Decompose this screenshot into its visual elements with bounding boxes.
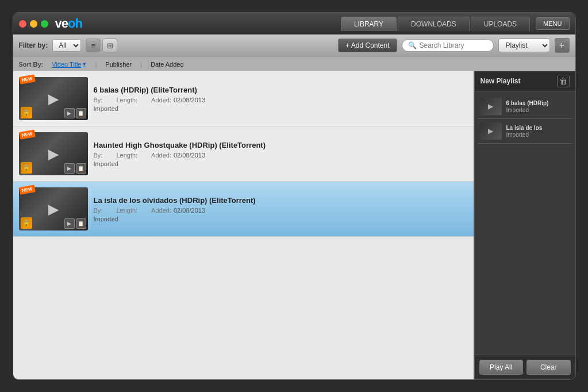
playlist-delete-button[interactable]: 🗑 xyxy=(557,75,570,87)
list-item[interactable]: NEW ▶ 🔒 ▶ 📋 6 balas (HDRip) (EliteTorren… xyxy=(13,71,474,126)
nav-tabs: LIBRARY DOWNLOADS UPLOADS xyxy=(341,17,530,31)
search-icon: 🔍 xyxy=(408,41,417,49)
search-box: 🔍 xyxy=(402,39,494,52)
lock-icon: 🔒 xyxy=(21,217,32,229)
item-info-2: Haunted High Ghostquake (HDRip) (EliteTo… xyxy=(94,141,468,167)
main-content: NEW ▶ 🔒 ▶ 📋 6 balas (HDRip) (EliteTorren… xyxy=(13,71,575,379)
title-bar: veoh LIBRARY DOWNLOADS UPLOADS MENU xyxy=(13,13,575,34)
thumb-icon-1: ▶ xyxy=(64,218,75,229)
filter-select[interactable]: All xyxy=(52,39,81,52)
logo: veoh xyxy=(55,16,82,31)
add-content-button[interactable]: + Add Content xyxy=(338,39,397,52)
item-imported: Imported xyxy=(94,105,468,112)
menu-button[interactable]: MENU xyxy=(536,17,569,30)
add-playlist-button[interactable]: + xyxy=(555,38,570,53)
tab-downloads[interactable]: DOWNLOADS xyxy=(398,17,470,31)
playlist-item-sub: Imported xyxy=(506,107,570,113)
tab-library[interactable]: LIBRARY xyxy=(341,17,397,31)
thumb-icons: ▶ 📋 xyxy=(64,218,86,229)
playlist-select[interactable]: Playlist xyxy=(498,39,550,52)
item-title: 6 balas (HDRip) (EliteTorrent) xyxy=(94,86,468,94)
lock-icon: 🔒 xyxy=(21,107,32,118)
tab-uploads[interactable]: UPLOADS xyxy=(471,17,530,31)
play-icon: ▶ xyxy=(48,91,59,107)
item-meta: By: Length: Added: 02/08/2013 xyxy=(94,207,468,214)
new-badge: NEW xyxy=(19,185,36,194)
thumbnail-1: NEW ▶ 🔒 ▶ 📋 xyxy=(19,77,88,120)
play-icon: ▶ xyxy=(48,146,59,162)
playlist-title: New Playlist xyxy=(481,77,521,85)
playlist-items: ▶ 6 balas (HDRip) Imported ▶ La isla de … xyxy=(475,91,575,355)
playlist-item-sub: Imported xyxy=(506,132,570,138)
playlist-footer: Play All Clear xyxy=(475,355,575,379)
thumb-icon-1: ▶ xyxy=(64,108,75,118)
item-meta: By: Length: Added: 02/08/2013 xyxy=(94,152,468,159)
sort-date-added[interactable]: Date Added xyxy=(151,61,184,68)
playlist-thumbnail: ▶ xyxy=(480,98,502,115)
item-imported: Imported xyxy=(94,160,468,167)
view-icons: ≡ ⊞ xyxy=(86,39,117,52)
lock-icon: 🔒 xyxy=(21,162,32,174)
playlist-item[interactable]: ▶ La isla de los Imported xyxy=(478,119,572,144)
thumb-icons: ▶ 📋 xyxy=(64,108,86,118)
thumb-icon-2: 📋 xyxy=(76,108,86,118)
list-item[interactable]: NEW ▶ 🔒 ▶ 📋 La isla de los olvidados (HD… xyxy=(13,182,474,237)
sort-publisher[interactable]: Publisher xyxy=(105,61,132,68)
list-view-button[interactable]: ≡ xyxy=(86,39,101,52)
sort-by-label: Sort By: xyxy=(19,61,44,68)
playlist-thumbnail: ▶ xyxy=(480,122,502,140)
clear-button[interactable]: Clear xyxy=(526,360,571,375)
list-item[interactable]: NEW ▶ 🔒 ▶ 📋 Haunted High Ghostquake (HDR… xyxy=(13,126,474,182)
playlist-play-icon: ▶ xyxy=(488,102,493,110)
play-icon: ▶ xyxy=(48,201,59,217)
thumb-icon-2: 📋 xyxy=(76,163,86,174)
new-badge: NEW xyxy=(19,74,36,84)
grid-view-button[interactable]: ⊞ xyxy=(102,39,117,52)
playlist-item-title: 6 balas (HDRip) xyxy=(506,99,570,107)
playlist-panel: New Playlist 🗑 ▶ 6 balas (HDRip) Importe… xyxy=(475,71,575,379)
item-meta: By: Length: Added: 02/08/2013 xyxy=(94,97,468,103)
item-info-1: 6 balas (HDRip) (EliteTorrent) By: Lengt… xyxy=(94,86,468,112)
maximize-button[interactable] xyxy=(41,20,48,28)
toolbar: Filter by: All ≡ ⊞ + Add Content 🔍 Playl… xyxy=(13,34,575,56)
item-title: Haunted High Ghostquake (HDRip) (EliteTo… xyxy=(94,141,468,149)
thumbnail-3: NEW ▶ 🔒 ▶ 📋 xyxy=(19,187,88,230)
filter-label: Filter by: xyxy=(19,41,48,49)
window-controls xyxy=(19,20,48,28)
new-badge: NEW xyxy=(19,129,36,139)
playlist-item-info: 6 balas (HDRip) Imported xyxy=(506,99,570,113)
thumbnail-2: NEW ▶ 🔒 ▶ 📋 xyxy=(19,132,88,175)
thumb-icon-2: 📋 xyxy=(76,218,86,229)
playlist-item-info: La isla de los Imported xyxy=(506,124,570,138)
close-button[interactable] xyxy=(19,20,26,28)
play-all-button[interactable]: Play All xyxy=(479,360,524,375)
playlist-item[interactable]: ▶ 6 balas (HDRip) Imported xyxy=(478,94,572,119)
item-info-3: La isla de los olvidados (HDRip) (EliteT… xyxy=(94,196,468,222)
thumb-icons: ▶ 📋 xyxy=(64,163,86,174)
playlist-play-icon: ▶ xyxy=(488,127,493,135)
search-input[interactable] xyxy=(420,41,489,49)
app-window: veoh LIBRARY DOWNLOADS UPLOADS MENU Filt… xyxy=(13,12,576,380)
logo-text: veoh xyxy=(55,16,82,31)
item-imported: Imported xyxy=(94,216,468,222)
minimize-button[interactable] xyxy=(30,20,37,28)
sort-bar: Sort By: Video Title ▾ | Publisher | Dat… xyxy=(13,56,575,71)
item-title: La isla de los olvidados (HDRip) (EliteT… xyxy=(94,196,468,205)
playlist-item-title: La isla de los xyxy=(506,124,570,132)
library-list: NEW ▶ 🔒 ▶ 📋 6 balas (HDRip) (EliteTorren… xyxy=(13,71,475,379)
playlist-header: New Playlist 🗑 xyxy=(475,71,575,91)
thumb-icon-1: ▶ xyxy=(64,163,75,174)
sort-video-title[interactable]: Video Title ▾ xyxy=(52,60,86,68)
